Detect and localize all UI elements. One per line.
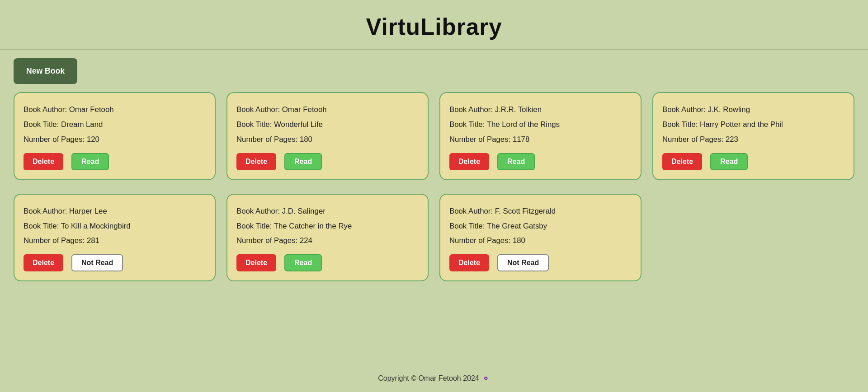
delete-button[interactable]: Delete	[236, 254, 276, 271]
book-title: Book Title: Wonderful Life	[236, 119, 419, 131]
notread-status-button[interactable]: Not Read	[497, 254, 549, 271]
book-card: Book Author: Harper Lee Book Title: To K…	[14, 194, 216, 282]
delete-button[interactable]: Delete	[662, 153, 702, 170]
book-author: Book Author: J.D. Salinger	[236, 205, 419, 218]
read-status-button[interactable]: Read	[710, 153, 748, 170]
book-pages: Number of Pages: 120	[24, 134, 206, 146]
github-icon: ⚬	[482, 373, 490, 384]
book-actions: Delete Read	[449, 153, 632, 170]
notread-status-button[interactable]: Not Read	[71, 254, 123, 271]
book-title: Book Title: Dream Land	[24, 119, 206, 131]
book-card: Book Author: J.R.R. Tolkien Book Title: …	[439, 92, 642, 180]
book-card: Book Author: F. Scott Fitzgerald Book Ti…	[439, 194, 642, 282]
read-status-button[interactable]: Read	[284, 153, 322, 170]
delete-button[interactable]: Delete	[449, 254, 489, 271]
book-title: Book Title: The Great Gatsby	[449, 220, 632, 233]
book-pages: Number of Pages: 1178	[449, 134, 632, 146]
read-status-button[interactable]: Read	[497, 153, 535, 170]
book-author: Book Author: J.K. Rowling	[662, 104, 844, 116]
book-actions: Delete Not Read	[24, 254, 206, 271]
book-author: Book Author: J.R.R. Tolkien	[449, 104, 632, 116]
book-title: Book Title: The Catcher in the Rye	[236, 220, 419, 233]
book-card: Book Author: Omar Fetooh Book Title: Won…	[226, 92, 429, 180]
book-card: Book Author: J.D. Salinger Book Title: T…	[226, 194, 429, 282]
delete-button[interactable]: Delete	[24, 254, 63, 271]
books-row-2: Book Author: Harper Lee Book Title: To K…	[0, 189, 868, 291]
book-author: Book Author: Harper Lee	[24, 205, 206, 218]
book-title: Book Title: Harry Potter and the Phil	[662, 119, 844, 131]
book-author: Book Author: Omar Fetooh	[24, 104, 206, 116]
book-pages: Number of Pages: 223	[662, 134, 844, 146]
app-header: VirtuLibrary	[0, 0, 868, 50]
book-author: Book Author: Omar Fetooh	[236, 104, 419, 116]
book-actions: Delete Read	[236, 153, 419, 170]
new-book-button[interactable]: New Book	[14, 58, 77, 84]
book-title: Book Title: To Kill a Mockingbird	[24, 220, 206, 233]
read-status-button[interactable]: Read	[284, 254, 322, 271]
read-status-button[interactable]: Read	[71, 153, 109, 170]
book-actions: Delete Read	[236, 254, 419, 271]
book-actions: Delete Read	[662, 153, 844, 170]
toolbar: New Book	[0, 50, 868, 92]
delete-button[interactable]: Delete	[236, 153, 276, 170]
book-author: Book Author: F. Scott Fitzgerald	[449, 205, 632, 218]
book-actions: Delete Read	[24, 153, 206, 170]
book-actions: Delete Not Read	[449, 254, 632, 271]
book-pages: Number of Pages: 180	[449, 235, 632, 247]
book-card: Book Author: Omar Fetooh Book Title: Dre…	[14, 92, 216, 180]
book-card: Book Author: J.K. Rowling Book Title: Ha…	[652, 92, 854, 180]
app-title: VirtuLibrary	[0, 14, 868, 40]
delete-button[interactable]: Delete	[24, 153, 63, 170]
delete-button[interactable]: Delete	[449, 153, 489, 170]
footer: Copyright © Omar Fetooh 2024 ⚬	[0, 365, 868, 392]
book-title: Book Title: The Lord of the Rings	[449, 119, 632, 131]
book-pages: Number of Pages: 224	[236, 235, 419, 247]
footer-text: Copyright © Omar Fetooh 2024	[378, 374, 479, 383]
book-pages: Number of Pages: 281	[24, 235, 206, 247]
books-row-1: Book Author: Omar Fetooh Book Title: Dre…	[0, 92, 868, 189]
book-pages: Number of Pages: 180	[236, 134, 419, 146]
